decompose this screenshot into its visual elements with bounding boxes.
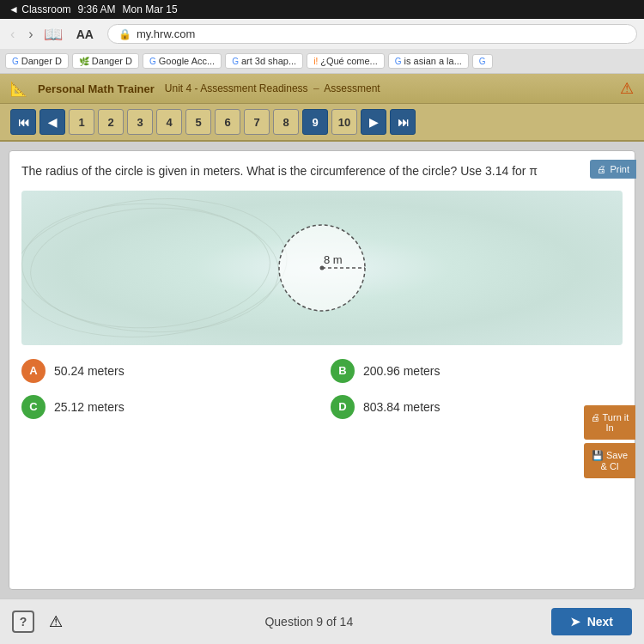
logo-icon: 📐	[10, 81, 27, 97]
question-text: The radius of the circle is given in met…	[21, 163, 623, 180]
main-row: 🖨 Print The radius of the circle is give…	[0, 142, 644, 598]
breadcrumb-unit: Unit 4 - Assessment Readiness	[165, 82, 308, 94]
question-card: 🖨 Print The radius of the circle is give…	[9, 150, 635, 590]
tab-item[interactable]: G	[472, 54, 493, 69]
lock-icon: 🔒	[118, 28, 131, 40]
turn-in-icon: 🖨	[591, 412, 600, 422]
browser-chrome: ‹ › 📖 AA 🔒 my.hrw.com G Danger D 🌿 Dange…	[0, 19, 644, 74]
choice-bubble-a[interactable]: A	[21, 359, 46, 383]
tab-item[interactable]: G is asian a la...	[388, 53, 469, 69]
alert-icon: ⚠	[620, 79, 634, 98]
help-button[interactable]: ?	[12, 611, 34, 633]
aa-label: AA	[70, 27, 100, 41]
tab-item[interactable]: G art 3d shap...	[225, 53, 303, 69]
turn-in-label: Turn it In	[603, 412, 629, 433]
tab-item[interactable]: 🌿 Danger D	[72, 53, 139, 69]
choice-text-c: 25.12 meters	[54, 400, 125, 414]
nav-q3[interactable]: 3	[127, 109, 153, 135]
nav-q4[interactable]: 4	[156, 109, 182, 135]
warn-icon: ⚠	[49, 613, 63, 630]
choice-bubble-b[interactable]: B	[331, 359, 355, 383]
answer-option-b[interactable]: B 200.96 meters	[331, 359, 623, 383]
tab-icon-g4: G	[395, 57, 402, 66]
save-close-button[interactable]: 💾 Save & Cl	[584, 443, 635, 478]
choice-text-b: 200.96 meters	[363, 364, 440, 378]
print-button[interactable]: 🖨 Print	[590, 160, 636, 179]
turn-it-in-button[interactable]: 🖨 Turn it In	[584, 405, 635, 440]
choice-label-d: D	[338, 400, 346, 413]
print-icon: 🖨	[597, 164, 606, 174]
tab-label: Danger D	[92, 56, 132, 66]
tab-label: ¿Qué come...	[320, 56, 378, 66]
breadcrumb: Unit 4 - Assessment Readiness – Assessme…	[165, 82, 380, 94]
print-label: Print	[610, 164, 629, 174]
choice-label-c: C	[29, 400, 37, 413]
status-date: Mon Mar 15	[123, 3, 178, 15]
breadcrumb-section: Assessment	[324, 82, 380, 94]
browser-toolbar: ‹ › 📖 AA 🔒 my.hrw.com	[0, 19, 644, 49]
answer-row-1: A 50.24 meters B 200.96 meters	[21, 359, 623, 383]
url-text: my.hrw.com	[137, 27, 195, 40]
nav-next-button[interactable]: ▶	[361, 109, 386, 135]
site-header: 📐 Personal Math Trainer Unit 4 - Assessm…	[0, 74, 644, 104]
choice-label-b: B	[338, 364, 346, 377]
back-button[interactable]: ‹	[7, 25, 18, 44]
nav-first-button[interactable]: ⏮	[10, 109, 36, 135]
answer-option-d[interactable]: D 803.84 meters	[331, 395, 623, 419]
nav-prev-button[interactable]: ◀	[39, 109, 65, 135]
question-counter: Question 9 of 14	[77, 615, 541, 629]
content-area: 🖨 Print The radius of the circle is give…	[0, 142, 644, 644]
forward-button[interactable]: ›	[25, 25, 36, 44]
tabs-bar: G Danger D 🌿 Danger D G Google Acc... G …	[0, 49, 644, 73]
tab-label: is asian a la...	[404, 56, 462, 66]
nav-q7[interactable]: 7	[244, 109, 270, 135]
save-icon: 💾	[592, 450, 604, 460]
choice-bubble-d[interactable]: D	[331, 395, 355, 419]
next-button[interactable]: ➤ Next	[551, 608, 632, 635]
choice-text-a: 50.24 meters	[54, 364, 125, 378]
breadcrumb-sep: –	[313, 82, 319, 94]
tab-item[interactable]: G Danger D	[5, 53, 69, 69]
next-arrow-icon: ➤	[570, 615, 580, 629]
tab-icon-leaf: 🌿	[79, 57, 89, 66]
nav-q5[interactable]: 5	[185, 109, 211, 135]
svg-text:8 m: 8 m	[324, 253, 343, 266]
help-label: ?	[20, 615, 27, 629]
choice-label-a: A	[29, 364, 37, 377]
status-bar: ◄ Classroom 9:36 AM Mon Mar 15	[0, 0, 644, 19]
answer-option-a[interactable]: A 50.24 meters	[21, 359, 313, 383]
answer-option-c[interactable]: C 25.12 meters	[21, 395, 313, 419]
nav-q1[interactable]: 1	[69, 109, 94, 135]
tab-icon-i: i!	[313, 57, 318, 66]
side-buttons: 🖨 Turn it In 💾 Save & Cl	[584, 405, 635, 478]
nav-q10[interactable]: 10	[331, 109, 357, 135]
question-nav: ⏮ ◀ 1 2 3 4 5 6 7 8 9 10 ▶ ⏭	[0, 104, 644, 142]
nav-q8[interactable]: 8	[273, 109, 299, 135]
nav-last-button[interactable]: ⏭	[390, 109, 416, 135]
classroom-back[interactable]: ◄ Classroom	[9, 3, 71, 15]
tab-label: art 3d shap...	[241, 56, 296, 66]
next-label: Next	[587, 615, 613, 629]
answer-row-2: C 25.12 meters D 803.84 meters	[21, 395, 623, 419]
circle-diagram: 8 m	[21, 191, 623, 345]
page-wrapper: ◄ Classroom 9:36 AM Mon Mar 15 ‹ › 📖 AA …	[0, 0, 644, 644]
site-logo-text: Personal Math Trainer	[38, 82, 155, 95]
book-icon: 📖	[44, 25, 63, 44]
choice-bubble-c[interactable]: C	[21, 395, 46, 419]
tab-icon-g5: G	[479, 57, 486, 66]
tab-icon-g1: G	[12, 57, 19, 66]
answer-choices: A 50.24 meters B 200.96 meters	[21, 359, 623, 419]
nav-q9[interactable]: 9	[302, 109, 328, 135]
address-bar[interactable]: 🔒 my.hrw.com	[107, 24, 637, 44]
tab-icon-g2: G	[149, 57, 156, 66]
circle-svg: 8 m	[270, 216, 374, 319]
status-time: 9:36 AM	[78, 3, 116, 15]
tab-item[interactable]: i! ¿Qué come...	[307, 53, 385, 69]
nav-q6[interactable]: 6	[215, 109, 240, 135]
tab-icon-g3: G	[232, 57, 239, 66]
save-label: Save & Cl	[601, 450, 628, 471]
warning-button[interactable]: ⚠	[45, 611, 67, 633]
tab-item[interactable]: G Google Acc...	[143, 53, 222, 69]
choice-text-d: 803.84 meters	[363, 400, 440, 414]
nav-q2[interactable]: 2	[98, 109, 124, 135]
